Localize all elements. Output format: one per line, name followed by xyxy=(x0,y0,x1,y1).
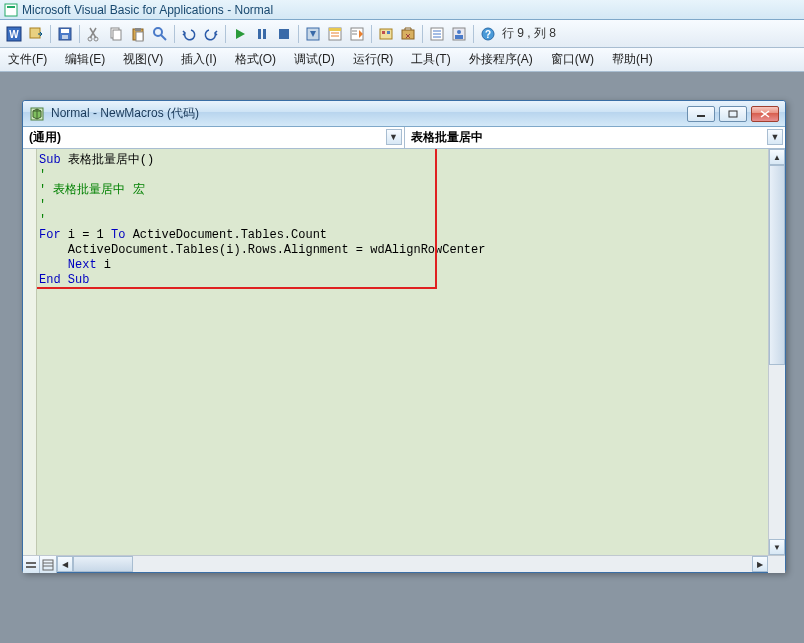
scroll-left-button[interactable]: ◀ xyxy=(57,556,73,572)
svg-rect-45 xyxy=(729,111,737,117)
procedure-dropdown-value: 表格批量居中 xyxy=(411,129,483,146)
menu-edit[interactable]: 编辑(E) xyxy=(61,49,109,70)
app-icon xyxy=(4,3,18,17)
vertical-scrollbar[interactable]: ▲ ▼ xyxy=(768,149,785,555)
scroll-thumb[interactable] xyxy=(769,165,785,365)
svg-line-16 xyxy=(161,35,166,40)
menu-file[interactable]: 文件(F) xyxy=(4,49,51,70)
word-icon[interactable]: W xyxy=(4,24,24,44)
menu-addins[interactable]: 外接程序(A) xyxy=(465,49,537,70)
maximize-button[interactable] xyxy=(719,106,747,122)
svg-text:?: ? xyxy=(485,29,491,40)
scroll-thumb[interactable] xyxy=(73,556,133,572)
code-text: ActiveDocument.Tables(i).Rows.Alignment … xyxy=(39,243,485,257)
properties-icon[interactable] xyxy=(347,24,367,44)
module-icon xyxy=(29,106,45,122)
help-icon[interactable]: ? xyxy=(478,24,498,44)
code-margin xyxy=(23,149,37,555)
code-keyword: Next xyxy=(39,258,97,272)
svg-rect-38 xyxy=(455,35,463,39)
code-keyword: To xyxy=(111,228,125,242)
menu-help[interactable]: 帮助(H) xyxy=(608,49,657,70)
svg-rect-4 xyxy=(30,28,40,38)
svg-rect-11 xyxy=(113,30,121,40)
svg-rect-18 xyxy=(263,29,266,39)
reset-icon[interactable] xyxy=(274,24,294,44)
close-button[interactable] xyxy=(751,106,779,122)
procedure-dropdown[interactable]: 表格批量居中 ▼ xyxy=(405,127,786,148)
code-keyword: For xyxy=(39,228,61,242)
code-comment: ' xyxy=(39,213,46,227)
object-dropdown[interactable]: (通用) ▼ xyxy=(23,127,405,148)
svg-rect-7 xyxy=(62,35,68,39)
code-window-title: Normal - NewMacros (代码) xyxy=(51,105,687,122)
svg-rect-13 xyxy=(135,28,141,31)
chevron-down-icon[interactable]: ▼ xyxy=(386,129,402,145)
code-comment: ' xyxy=(39,198,46,212)
svg-rect-30 xyxy=(387,31,390,34)
scrollbar-corner xyxy=(768,556,785,573)
svg-rect-0 xyxy=(5,4,17,16)
menu-insert[interactable]: 插入(I) xyxy=(177,49,220,70)
svg-rect-29 xyxy=(382,31,385,34)
svg-rect-46 xyxy=(26,562,36,564)
minimize-button[interactable] xyxy=(687,106,715,122)
app-title: Microsoft Visual Basic for Applications … xyxy=(22,3,273,17)
object-dropdown-value: (通用) xyxy=(29,129,61,146)
mdi-client-area: Normal - NewMacros (代码) (通用) ▼ 表格批量居中 ▼ … xyxy=(0,72,804,643)
svg-text:W: W xyxy=(9,29,19,40)
scroll-down-button[interactable]: ▼ xyxy=(769,539,785,555)
save-icon[interactable] xyxy=(55,24,75,44)
full-module-view-button[interactable] xyxy=(40,556,57,573)
copy-icon[interactable] xyxy=(106,24,126,44)
code-keyword: End Sub xyxy=(39,273,89,287)
design-mode-icon[interactable] xyxy=(303,24,323,44)
toolbar: W ? 行 9 , 列 8 xyxy=(0,20,804,48)
code-bottom-bar: ◀ ▶ xyxy=(23,555,785,572)
insert-userform-icon[interactable] xyxy=(26,24,46,44)
code-window-titlebar[interactable]: Normal - NewMacros (代码) xyxy=(23,101,785,127)
code-text: i xyxy=(97,258,111,272)
svg-rect-22 xyxy=(329,28,341,31)
svg-rect-1 xyxy=(7,6,15,8)
svg-rect-14 xyxy=(136,32,143,41)
code-dropdowns: (通用) ▼ 表格批量居中 ▼ xyxy=(23,127,785,149)
project-explorer-icon[interactable] xyxy=(325,24,345,44)
object-browser-icon[interactable] xyxy=(376,24,396,44)
menu-run[interactable]: 运行(R) xyxy=(349,49,398,70)
menu-window[interactable]: 窗口(W) xyxy=(547,49,598,70)
code-body: Sub 表格批量居中() ' ' 表格批量居中 宏 ' ' For i = 1 … xyxy=(23,149,785,555)
toolbar-btn-a-icon[interactable] xyxy=(427,24,447,44)
toolbox-icon[interactable] xyxy=(398,24,418,44)
code-comment: ' xyxy=(39,168,46,182)
menu-format[interactable]: 格式(O) xyxy=(231,49,280,70)
menu-view[interactable]: 视图(V) xyxy=(119,49,167,70)
code-comment: ' 表格批量居中 宏 xyxy=(39,183,145,197)
svg-rect-48 xyxy=(43,560,53,570)
run-icon[interactable] xyxy=(230,24,250,44)
svg-point-37 xyxy=(457,30,461,34)
cursor-position-status: 行 9 , 列 8 xyxy=(502,25,556,42)
procedure-view-button[interactable] xyxy=(23,556,40,573)
redo-icon[interactable] xyxy=(201,24,221,44)
svg-rect-19 xyxy=(279,29,289,39)
menu-tools[interactable]: 工具(T) xyxy=(407,49,454,70)
menubar: 文件(F) 编辑(E) 视图(V) 插入(I) 格式(O) 调试(D) 运行(R… xyxy=(0,48,804,72)
toolbar-btn-b-icon[interactable] xyxy=(449,24,469,44)
code-text: ActiveDocument.Tables.Count xyxy=(125,228,327,242)
horizontal-scrollbar[interactable]: ◀ ▶ xyxy=(57,556,768,572)
paste-icon[interactable] xyxy=(128,24,148,44)
cut-icon[interactable] xyxy=(84,24,104,44)
code-keyword: Sub xyxy=(39,153,61,167)
code-editor[interactable]: Sub 表格批量居中() ' ' 表格批量居中 宏 ' ' For i = 1 … xyxy=(37,149,768,555)
svg-rect-6 xyxy=(61,29,69,33)
scroll-right-button[interactable]: ▶ xyxy=(752,556,768,572)
code-text: i = 1 xyxy=(61,228,111,242)
find-icon[interactable] xyxy=(150,24,170,44)
svg-point-15 xyxy=(154,28,162,36)
break-icon[interactable] xyxy=(252,24,272,44)
menu-debug[interactable]: 调试(D) xyxy=(290,49,339,70)
chevron-down-icon[interactable]: ▼ xyxy=(767,129,783,145)
scroll-up-button[interactable]: ▲ xyxy=(769,149,785,165)
undo-icon[interactable] xyxy=(179,24,199,44)
